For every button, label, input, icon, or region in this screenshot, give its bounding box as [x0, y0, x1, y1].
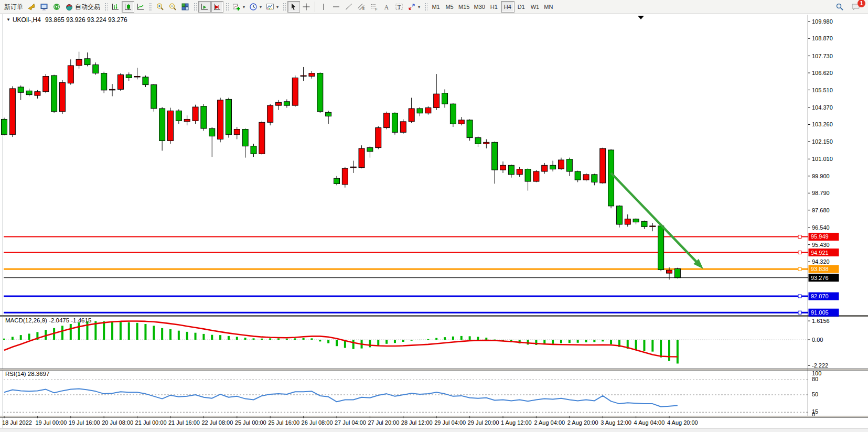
macd-label: MACD(12,26,9) -2.0475 -1.4615: [5, 317, 91, 323]
timeframe-m5-button[interactable]: M5: [443, 1, 456, 13]
text-button[interactable]: A: [380, 1, 393, 13]
trendline-button[interactable]: [342, 1, 355, 13]
vertical-line-button[interactable]: [317, 1, 330, 13]
hline-icon: [332, 3, 340, 11]
candle-bull: [425, 108, 431, 113]
candle-bull: [583, 175, 589, 180]
svg-text:A: A: [384, 4, 389, 11]
zoom-out-button[interactable]: [166, 1, 179, 13]
candle-bear: [442, 93, 448, 104]
macd-histogram-bar: [460, 336, 463, 340]
candle-bear: [226, 99, 231, 134]
templates-button[interactable]: ▾: [264, 1, 281, 13]
macd-histogram-bar: [435, 338, 437, 340]
candle-bear: [51, 75, 57, 112]
timeframe-mn-button[interactable]: MN: [542, 1, 555, 13]
support-line-orange-handle[interactable]: [798, 267, 801, 271]
timeframe-m5-button-label: M5: [445, 4, 453, 10]
signals-button[interactable]: [50, 1, 63, 13]
symbol-dropdown-icon[interactable]: ▼: [6, 17, 10, 22]
candle-bull: [484, 142, 489, 144]
support-line-blue-1-handle[interactable]: [798, 295, 801, 298]
candle-bull: [134, 77, 140, 77]
time-axis-label: 25 Jul 00:00: [235, 419, 266, 426]
timeframe-m30-button[interactable]: M30: [471, 1, 487, 13]
timeframe-h4-button[interactable]: H4: [501, 1, 515, 13]
candle-bull: [117, 75, 123, 90]
macd-histogram-bar: [419, 340, 421, 340]
notifications-icon[interactable]: 1: [849, 1, 863, 13]
tile-windows-icon: [181, 3, 189, 11]
price-axis-label: 107.730: [812, 53, 833, 59]
tile-windows-button[interactable]: [179, 1, 191, 13]
macd-histogram-bar: [452, 337, 454, 340]
macd-histogram-bar: [269, 338, 271, 340]
crosshair-button[interactable]: [300, 1, 313, 13]
fibonacci-icon: F: [370, 3, 378, 11]
time-axis-label: 26 Jul 08:00: [302, 419, 333, 426]
time-axis-label: 27 Jul 04:00: [335, 419, 366, 426]
macd-histogram-bar: [643, 340, 645, 351]
chevron-down-icon[interactable]: ▾: [276, 5, 278, 9]
chart-area[interactable]: 109.980108.870107.730106.620105.510104.3…: [0, 0, 868, 432]
macd-histogram-bar: [677, 340, 679, 363]
cursor-button[interactable]: [287, 1, 300, 13]
indicators-button[interactable]: ▾: [230, 1, 247, 13]
chevron-down-icon[interactable]: ▾: [260, 5, 262, 9]
macd-histogram-bar: [369, 340, 371, 347]
search-icon[interactable]: [833, 1, 846, 13]
resistance-line-1-handle[interactable]: [798, 235, 801, 238]
timeframe-w1-button[interactable]: W1: [528, 1, 542, 13]
timeframe-m1-button[interactable]: M1: [429, 1, 443, 13]
cursor-icon: [290, 3, 298, 11]
macd-histogram-bar: [211, 335, 213, 340]
time-axis-label: 4 Aug 20:00: [667, 419, 698, 426]
candle-bull: [184, 119, 190, 121]
resistance-line-2-handle[interactable]: [798, 251, 801, 254]
timeframe-h1-button[interactable]: H1: [487, 1, 501, 13]
candle-bull: [234, 129, 240, 135]
macd-histogram-bar: [602, 340, 604, 341]
text-label-button[interactable]: T: [393, 1, 405, 13]
price-chip-label: 94.921: [811, 250, 829, 256]
candle-bear: [26, 91, 32, 94]
mt4-window: 109.980108.870107.730106.620105.510104.3…: [0, 0, 868, 432]
time-axis-label: 4 Aug 04:00: [634, 419, 665, 426]
price-axis-label: 94.320: [812, 258, 830, 265]
price-axis-label: 105.510: [812, 87, 833, 93]
time-axis-label: 20 Jul 08:00: [102, 419, 133, 426]
macd-histogram-bar: [144, 324, 146, 340]
periods-button[interactable]: ▾: [247, 1, 264, 13]
line-chart-button[interactable]: [134, 1, 147, 13]
new-order-button[interactable]: 新订单: [2, 1, 25, 13]
macd-histogram-bar: [319, 340, 321, 341]
timeframe-m15-button[interactable]: M15: [456, 1, 471, 13]
macd-histogram-bar: [186, 332, 188, 340]
bar-chart-button[interactable]: [109, 1, 122, 13]
candle-bear: [84, 59, 90, 65]
support-line-blue-2-handle[interactable]: [798, 311, 801, 314]
chevron-down-icon[interactable]: ▾: [243, 5, 245, 9]
rsi-axis-label: 50: [812, 391, 818, 397]
arrows-button[interactable]: ▾: [405, 1, 422, 13]
auto-scroll-button[interactable]: [198, 1, 211, 13]
candle-bull: [76, 59, 82, 66]
timeframe-d1-button[interactable]: D1: [515, 1, 528, 13]
chart-shift-button[interactable]: [211, 1, 223, 13]
new-order-button-label: 新订单: [4, 3, 23, 12]
timeframe-h1-button-label: H1: [490, 4, 498, 10]
news-horn-button[interactable]: [25, 1, 38, 13]
autotrading-button[interactable]: 自动交易: [63, 1, 102, 13]
rsi-axis-label: 80: [812, 376, 818, 382]
equidistant-channel-button[interactable]: E: [355, 1, 368, 13]
symbol-ohlc-line[interactable]: ▼UKOil-,H493.865 93.926 93.224 93.276: [6, 16, 127, 24]
chevron-down-icon[interactable]: ▾: [418, 5, 420, 9]
trendline-icon: [345, 3, 353, 11]
candle-chart-icon: [124, 3, 132, 11]
zoom-in-button[interactable]: [154, 1, 166, 13]
market-watch-button[interactable]: [38, 1, 50, 13]
candle-bull: [400, 122, 406, 132]
fibonacci-button[interactable]: F: [368, 1, 380, 13]
candlestick-chart-button[interactable]: [122, 1, 134, 13]
horizontal-line-button[interactable]: [330, 1, 342, 13]
